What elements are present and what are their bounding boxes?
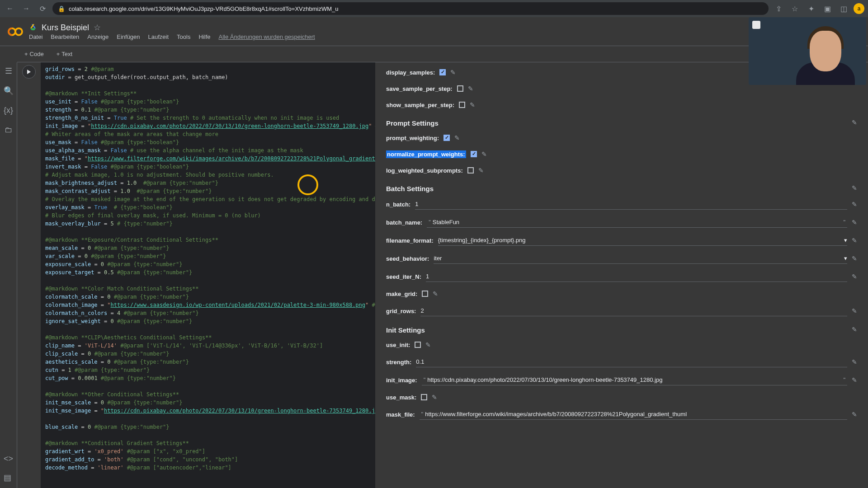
init-settings-header: Init Settings [386,326,857,334]
pencil-icon[interactable]: ✎ [432,394,437,401]
search-icon[interactable]: 🔍 [4,86,14,96]
init-image-input[interactable] [427,375,841,385]
star-icon[interactable]: ☆ [94,23,101,33]
colab-header: Kurs Beispiel ☆ Datei Bearbeiten Anzeige… [0,17,868,46]
toc-icon[interactable]: ☰ [5,66,12,76]
batch-settings-header: Batch Settings [386,185,857,192]
pencil-icon[interactable]: ✎ [852,411,857,418]
filename-format-label: filename_format: [386,237,434,244]
pencil-icon[interactable]: ✎ [852,273,857,280]
drive-icon [29,23,37,32]
mask-file-input[interactable] [425,409,847,419]
toolbar: + Code + Text ⌃ [17,46,868,62]
forward-button[interactable]: → [20,2,33,15]
menu-bar: Datei Bearbeiten Anzeige Einfügen Laufze… [29,33,315,40]
menu-edit[interactable]: Bearbeiten [51,33,79,40]
use-mask-checkbox[interactable] [421,394,427,400]
use-init-label: use_init: [386,342,410,348]
make-grid-label: make_grid: [386,291,417,297]
terminal-icon[interactable]: ▤ [4,473,13,483]
normalize-prompt-weights-checkbox[interactable] [471,151,477,157]
form-panel: display_samples: ✎ ✎ save_sample_per_ste… [375,62,868,488]
mic-indicator-icon [752,21,760,29]
init-image-label: init_image: [386,377,417,384]
document-title[interactable]: Kurs Beispiel [42,23,89,33]
pencil-icon[interactable]: ✎ [433,290,438,297]
menu-help[interactable]: Hilfe [198,33,210,40]
use-mask-label: use_mask: [386,394,416,401]
save-sample-per-step-checkbox[interactable] [457,85,463,92]
run-cell-button[interactable] [22,65,36,79]
pencil-icon[interactable]: ✎ [481,150,487,158]
menu-file[interactable]: Datei [29,33,42,40]
batch-name-input[interactable] [433,217,842,227]
menu-tools[interactable]: Tools [177,33,190,40]
pencil-icon[interactable]: ✎ [852,237,857,244]
pencil-icon[interactable]: ✎ [450,69,456,76]
back-button[interactable]: ← [4,2,16,15]
display-samples-checkbox[interactable] [439,69,446,75]
colab-logo-icon[interactable] [7,23,24,40]
menu-insert[interactable]: Einfügen [117,33,140,40]
pencil-icon[interactable]: ✎ [852,255,857,262]
pencil-icon[interactable]: ✎ [470,101,475,108]
pencil-icon[interactable]: ✎ [852,201,857,208]
pencil-icon[interactable]: ✎ [454,134,460,141]
pencil-icon[interactable]: ✎ [852,219,857,226]
add-code-button[interactable]: + Code [21,49,47,59]
show-sample-per-step-checkbox[interactable] [459,102,465,108]
variables-icon[interactable]: {x} [4,106,13,115]
code-snippets-icon[interactable]: <> [4,454,13,464]
pencil-icon[interactable]: ✎ [852,184,857,192]
seed-iter-n-label: seed_iter_N: [386,273,421,280]
bookmark-icon[interactable]: ☆ [788,2,801,15]
files-icon[interactable]: 🗀 [5,125,13,135]
pencil-icon[interactable]: ✎ [852,358,857,366]
profile-avatar[interactable]: a [854,3,864,14]
n-batch-input[interactable] [415,199,847,210]
cast-icon[interactable]: ▣ [821,2,834,15]
prompt-settings-header: Prompt Settings [386,119,857,127]
save-sample-per-step-label: save_sample_per_step: [386,85,453,92]
n-batch-label: n_batch: [386,201,410,208]
filename-format-select[interactable]: {timestring}_{index}_{prompt}.png▾ [438,235,847,246]
panel-icon[interactable]: ◫ [837,2,850,15]
pencil-icon[interactable]: ✎ [852,326,857,333]
pencil-icon[interactable]: ✎ [852,376,857,384]
prompt-weighting-checkbox[interactable] [443,135,450,141]
pencil-icon[interactable]: ✎ [478,167,484,174]
use-init-checkbox[interactable] [415,342,421,348]
seed-behavior-label: seed_behavior: [386,255,429,262]
svg-point-1 [15,28,22,35]
pencil-icon[interactable]: ✎ [852,307,857,314]
pencil-icon[interactable]: ✎ [425,341,431,348]
menu-runtime[interactable]: Laufzeit [148,33,169,40]
webcam-overlay [749,17,866,85]
log-weighted-subprompts-label: log_weighted_subprompts: [386,167,463,174]
grid-rows-input[interactable] [420,305,847,316]
url-bar[interactable]: 🔒 colab.research.google.com/drive/13G9KH… [52,2,769,15]
left-sidebar: ☰ 🔍 {x} 🗀 <> ▤ [0,62,17,488]
make-grid-checkbox[interactable] [422,291,428,297]
pencil-icon[interactable]: ✎ [852,119,857,126]
strength-input[interactable] [416,357,847,367]
reload-button[interactable]: ⟳ [36,2,49,15]
code-editor[interactable]: grid_rows = 2 #@param outdir = get_outpu… [41,62,375,488]
show-sample-per-step-label: show_sample_per_step: [386,102,454,108]
log-weighted-subprompts-checkbox[interactable] [467,167,474,174]
mask-file-label: mask_file: [386,411,415,418]
seed-behavior-select[interactable]: iter▾ [434,253,847,264]
extensions-icon[interactable]: ✦ [805,2,817,15]
prompt-weighting-label: prompt_weighting: [386,135,439,141]
lock-icon: 🔒 [58,5,65,12]
normalize-prompt-weights-label: normalize_prompt_weights: [386,150,466,158]
pencil-icon[interactable]: ✎ [468,85,473,92]
add-text-button[interactable]: + Text [53,49,76,59]
browser-chrome: ← → ⟳ 🔒 colab.research.google.com/drive/… [0,0,868,17]
strength-label: strength: [386,359,411,366]
seed-iter-n-input[interactable] [426,271,847,282]
share-icon[interactable]: ⇪ [772,2,785,15]
save-status[interactable]: Alle Änderungen wurden gespeichert [218,33,315,40]
cell-gutter [17,62,41,488]
menu-view[interactable]: Anzeige [87,33,108,40]
